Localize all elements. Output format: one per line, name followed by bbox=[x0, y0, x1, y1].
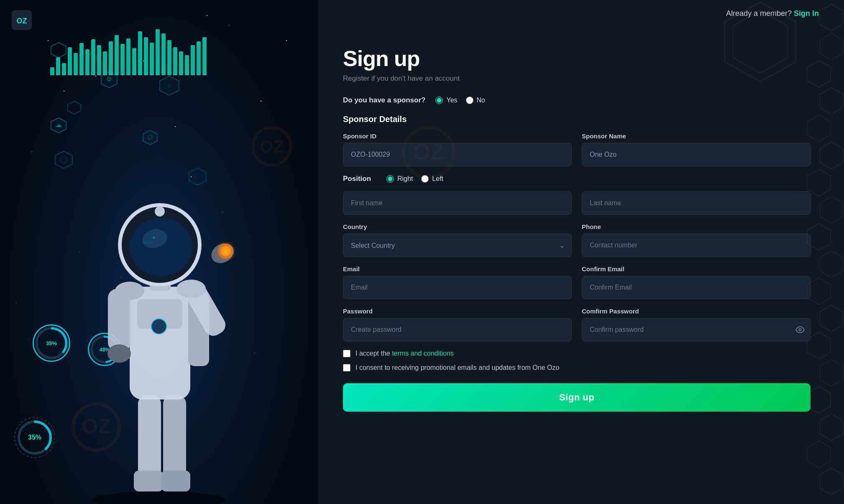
confirm-password-input[interactable] bbox=[582, 318, 811, 341]
logo[interactable]: OZ bbox=[12, 10, 32, 30]
consent-label[interactable]: I consent to receiving promotional email… bbox=[356, 364, 559, 372]
sponsor-name-label: Sponsor Name bbox=[582, 132, 811, 140]
svg-marker-69 bbox=[820, 359, 843, 386]
password-group: Password bbox=[343, 308, 572, 341]
svg-point-51 bbox=[176, 280, 206, 298]
sponsor-section-title: Sponsor Details bbox=[343, 115, 811, 124]
svg-marker-70 bbox=[807, 387, 831, 413]
svg-text:⬡: ⬡ bbox=[148, 134, 153, 140]
country-select-wrapper: Select Country United States United King… bbox=[343, 234, 572, 257]
svg-text:OZ: OZ bbox=[260, 137, 284, 156]
country-phone-row: Country Select Country United States Uni… bbox=[343, 223, 811, 257]
email-group: Email bbox=[343, 265, 572, 299]
password-label: Password bbox=[343, 308, 572, 315]
sponsor-id-input[interactable] bbox=[343, 143, 572, 166]
svg-point-38 bbox=[107, 344, 131, 363]
confirm-email-input[interactable] bbox=[582, 276, 811, 299]
svg-marker-71 bbox=[820, 414, 843, 440]
first-name-group bbox=[343, 191, 572, 215]
last-name-input[interactable] bbox=[582, 191, 811, 215]
password-row: Password Comfirm Password bbox=[343, 308, 811, 341]
gauge-1: 35% bbox=[33, 324, 70, 362]
terms-link[interactable]: terms and conditions bbox=[392, 350, 454, 357]
first-name-input[interactable] bbox=[343, 191, 572, 215]
svg-marker-73 bbox=[820, 468, 843, 495]
svg-point-3 bbox=[61, 157, 67, 163]
svg-point-27 bbox=[92, 491, 226, 504]
svg-marker-57 bbox=[820, 33, 843, 60]
sponsor-details-row: Sponsor ID Sponsor Name bbox=[343, 132, 811, 166]
svg-marker-68 bbox=[807, 332, 831, 359]
position-left-option[interactable]: Left bbox=[421, 175, 443, 183]
email-row: Email Confirm Email bbox=[343, 265, 811, 299]
svg-rect-30 bbox=[134, 471, 163, 491]
position-left-radio[interactable] bbox=[421, 175, 429, 183]
sponsor-name-group: Sponsor Name bbox=[582, 132, 811, 166]
svg-point-35 bbox=[151, 319, 166, 334]
svg-rect-29 bbox=[163, 395, 186, 479]
svg-text:☁: ☁ bbox=[55, 121, 62, 128]
page-subtitle: Register if you don't have an account bbox=[343, 74, 811, 83]
svg-marker-65 bbox=[820, 251, 843, 277]
svg-text:35%: 35% bbox=[28, 434, 41, 441]
svg-marker-1 bbox=[68, 101, 81, 114]
position-row: Position Right Left bbox=[343, 175, 811, 183]
svg-point-49 bbox=[155, 206, 165, 216]
confirm-password-wrapper bbox=[582, 318, 811, 341]
astronaut-figure: ◈ bbox=[71, 161, 247, 504]
toggle-password-visibility-button[interactable] bbox=[795, 325, 805, 334]
email-input[interactable] bbox=[343, 276, 572, 299]
svg-marker-72 bbox=[807, 441, 831, 468]
svg-marker-2 bbox=[55, 151, 72, 168]
svg-text:35%: 35% bbox=[46, 340, 57, 346]
svg-point-50 bbox=[115, 282, 144, 300]
sponsor-question-label: Do you have a sponsor? bbox=[343, 96, 425, 104]
position-right-radio[interactable] bbox=[386, 175, 394, 183]
already-member-text: Already a member? bbox=[726, 9, 792, 18]
phone-input[interactable] bbox=[582, 234, 811, 257]
watermark-2: OZ bbox=[251, 125, 293, 169]
password-input[interactable] bbox=[343, 318, 572, 341]
position-right-option[interactable]: Right bbox=[386, 175, 413, 183]
sign-in-link[interactable]: Sign In bbox=[794, 9, 819, 18]
svg-marker-63 bbox=[820, 196, 843, 223]
last-name-group bbox=[582, 191, 811, 215]
svg-marker-60 bbox=[807, 115, 831, 142]
svg-marker-66 bbox=[807, 278, 831, 305]
svg-marker-64 bbox=[807, 224, 831, 250]
svg-point-78 bbox=[799, 328, 801, 331]
phone-group: Phone bbox=[582, 223, 811, 257]
terms-checkbox-row: I accept the terms and conditions bbox=[343, 350, 811, 357]
svg-marker-58 bbox=[807, 61, 831, 87]
svg-rect-31 bbox=[161, 471, 190, 491]
sponsor-no-radio[interactable] bbox=[466, 97, 473, 104]
svg-marker-59 bbox=[820, 88, 843, 115]
position-radio-group: Right Left bbox=[386, 175, 443, 183]
header-bar: Already a member? Sign In bbox=[318, 0, 844, 27]
sponsor-name-input[interactable] bbox=[582, 143, 811, 166]
sponsor-id-group: Sponsor ID bbox=[343, 132, 572, 166]
svg-point-46 bbox=[130, 218, 192, 276]
phone-label: Phone bbox=[582, 223, 811, 230]
signup-button[interactable]: Sign up bbox=[343, 383, 811, 412]
form-content: Sign up Register if you don't have an ac… bbox=[343, 46, 811, 412]
confirm-email-label: Confirm Email bbox=[582, 265, 811, 272]
sponsor-yes-radio[interactable] bbox=[435, 97, 443, 104]
gauge-3: 35% bbox=[12, 415, 58, 462]
country-group: Country Select Country United States Uni… bbox=[343, 223, 572, 257]
terms-label[interactable]: I accept the terms and conditions bbox=[356, 350, 454, 357]
confirm-password-label: Comfirm Password bbox=[582, 308, 811, 315]
position-label: Position bbox=[343, 175, 376, 183]
country-label: Country bbox=[343, 223, 572, 230]
sponsor-yes-option[interactable]: Yes bbox=[435, 97, 457, 104]
terms-checkbox[interactable] bbox=[343, 350, 350, 357]
svg-marker-62 bbox=[807, 169, 831, 196]
sponsor-id-label: Sponsor ID bbox=[343, 132, 572, 140]
sponsor-no-option[interactable]: No bbox=[466, 97, 485, 104]
consent-checkbox-row: I consent to receiving promotional email… bbox=[343, 364, 811, 372]
consent-checkbox[interactable] bbox=[343, 364, 350, 372]
country-select[interactable]: Select Country United States United King… bbox=[343, 234, 572, 257]
svg-marker-0 bbox=[51, 43, 66, 58]
right-panel: OZ Already a member? Sign In Sign up Reg… bbox=[318, 0, 844, 504]
left-panel: ⬡ ☁ ⚙ ⬡ 35% 48% bbox=[0, 0, 318, 504]
